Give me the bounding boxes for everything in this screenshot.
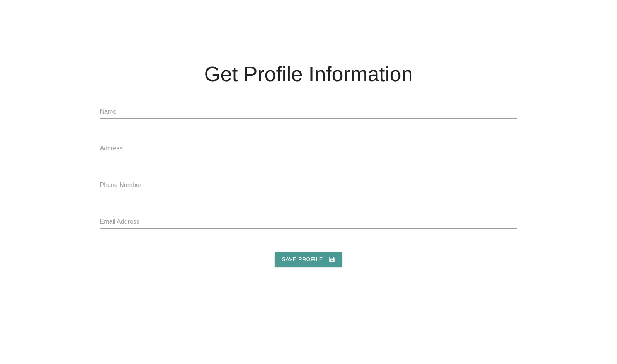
save-button-label: SAVE PROFILE [282,256,323,262]
page-title: Get Profile Information [100,62,517,86]
email-input[interactable] [100,215,517,229]
email-field-group [100,215,517,229]
save-profile-button[interactable]: SAVE PROFILE [275,252,342,267]
button-container: SAVE PROFILE [100,252,517,267]
profile-form-container: Get Profile Information SAVE PROFILE [92,62,525,267]
address-input[interactable] [100,142,517,155]
name-field-group [100,105,517,119]
phone-field-group [100,179,517,192]
name-input[interactable] [100,105,517,119]
address-field-group [100,142,517,155]
phone-input[interactable] [100,179,517,192]
save-icon [328,256,335,263]
